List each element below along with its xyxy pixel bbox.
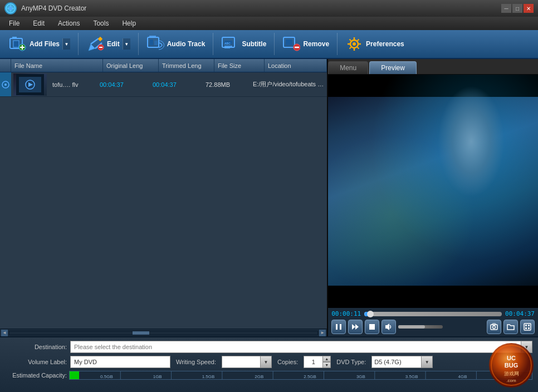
audio-track-label: Audio Track bbox=[167, 40, 206, 48]
app-logo bbox=[4, 2, 17, 14]
cell-original-length: 00:04:37 bbox=[96, 81, 149, 88]
pause-button[interactable] bbox=[331, 320, 346, 334]
file-table-body: tofu…. flv 00:04:37 00:04:37 72.88MB E:/… bbox=[0, 72, 327, 329]
svg-text:ABC: ABC bbox=[224, 42, 231, 45]
table-row[interactable]: tofu…. flv 00:04:37 00:04:37 72.88MB E:/… bbox=[0, 72, 327, 97]
copies-up-button[interactable]: ▲ bbox=[323, 356, 331, 362]
edit-icon bbox=[86, 35, 104, 53]
menu-file[interactable]: File bbox=[2, 17, 26, 30]
svg-rect-56 bbox=[528, 327, 530, 329]
current-time: 00:00:11 bbox=[331, 310, 361, 317]
subtitle-button[interactable]: ABC Subtitle bbox=[216, 32, 272, 56]
save-folder-button[interactable] bbox=[503, 320, 518, 334]
svg-line-35 bbox=[358, 40, 359, 41]
watermark-svg: UC BUG 游戏网 .com bbox=[487, 341, 536, 390]
copies-input[interactable]: 1 bbox=[304, 356, 323, 368]
toolbar: Add Files ▼ Edit ▼ bbox=[0, 30, 538, 59]
add-files-button[interactable]: Add Files ▼ bbox=[3, 32, 76, 56]
row-indicator bbox=[0, 72, 11, 96]
minimize-button[interactable]: ─ bbox=[501, 4, 511, 13]
writing-speed-group: ▼ bbox=[222, 356, 272, 368]
progress-track[interactable] bbox=[364, 312, 502, 316]
copies-down-button[interactable]: ▼ bbox=[323, 362, 331, 368]
svg-rect-52 bbox=[524, 324, 531, 330]
copies-group: 1 ▲ ▼ bbox=[304, 356, 331, 368]
scroll-right-button[interactable]: ► bbox=[319, 330, 326, 336]
preferences-icon bbox=[345, 35, 363, 53]
svg-text:游戏网: 游戏网 bbox=[504, 371, 519, 376]
col-indicator bbox=[0, 59, 11, 72]
gallery-button[interactable] bbox=[520, 320, 535, 334]
maximize-button[interactable]: □ bbox=[512, 4, 522, 13]
menu-actions[interactable]: Actions bbox=[51, 17, 86, 30]
menu-edit[interactable]: Edit bbox=[26, 17, 51, 30]
separator-4 bbox=[274, 33, 275, 55]
preferences-button[interactable]: Preferences bbox=[340, 32, 410, 56]
preview-video bbox=[328, 75, 538, 308]
cell-trimmed-length: 00:04:37 bbox=[149, 81, 202, 88]
svg-point-1 bbox=[9, 7, 12, 10]
svg-line-9 bbox=[91, 38, 99, 44]
cell-location: E:/用户/video/tofubeats … bbox=[250, 80, 327, 89]
edit-button[interactable]: Edit ▼ bbox=[81, 32, 136, 56]
svg-rect-53 bbox=[525, 325, 527, 326]
volume-button[interactable] bbox=[382, 320, 396, 334]
subtitle-label: Subtitle bbox=[242, 40, 266, 48]
svg-text:2GB: 2GB bbox=[255, 374, 263, 379]
video-person-silhouette bbox=[438, 86, 505, 197]
add-files-dropdown[interactable]: ▼ bbox=[62, 38, 70, 50]
audio-track-icon bbox=[146, 35, 164, 53]
cell-filename: tofu…. flv bbox=[49, 81, 96, 88]
writing-speed-label: Writing Speed: bbox=[176, 359, 216, 365]
subtitle-icon: ABC bbox=[221, 35, 239, 53]
file-panel: File Name Original Leng Trimmed Leng Fil… bbox=[0, 59, 328, 336]
fast-forward-button[interactable] bbox=[348, 320, 363, 334]
close-button[interactable]: ✕ bbox=[524, 4, 534, 13]
menu-tab[interactable]: Menu bbox=[328, 61, 368, 74]
scroll-track[interactable] bbox=[9, 331, 318, 335]
controls-row bbox=[331, 320, 535, 334]
copies-spinner[interactable]: ▲ ▼ bbox=[323, 356, 331, 368]
separator-3 bbox=[213, 33, 213, 55]
volume-fill bbox=[398, 325, 425, 329]
dvd-type-dropdown[interactable]: ▼ bbox=[422, 356, 433, 368]
col-header-filename: File Name bbox=[11, 59, 103, 72]
destination-input[interactable] bbox=[70, 341, 521, 353]
preferences-label: Preferences bbox=[366, 40, 404, 48]
col-header-location: Location bbox=[265, 59, 327, 72]
screenshot-button[interactable] bbox=[487, 320, 501, 334]
add-files-icon bbox=[9, 35, 27, 53]
edit-dropdown[interactable]: ▼ bbox=[123, 38, 130, 50]
progress-bar-area: 00:00:11 00:04:37 bbox=[331, 310, 535, 317]
app-title: AnyMP4 DVD Creator bbox=[21, 4, 501, 12]
remove-button[interactable]: Remove bbox=[277, 32, 335, 56]
separator-2 bbox=[138, 33, 139, 55]
svg-text:3GB: 3GB bbox=[356, 374, 365, 379]
destination-row: Destination: ▼ bbox=[6, 341, 532, 353]
svg-text:BUG: BUG bbox=[505, 362, 518, 369]
scroll-left-button[interactable]: ◄ bbox=[1, 330, 8, 336]
thumbnail-inner bbox=[13, 74, 47, 96]
menu-tools[interactable]: Tools bbox=[86, 17, 115, 30]
volume-track[interactable] bbox=[398, 325, 443, 329]
remove-label: Remove bbox=[303, 40, 329, 48]
svg-marker-48 bbox=[385, 324, 389, 330]
progress-thumb bbox=[367, 311, 374, 317]
menu-help[interactable]: Help bbox=[115, 17, 143, 30]
titlebar: AnyMP4 DVD Creator ─ □ ✕ bbox=[0, 0, 538, 17]
svg-rect-54 bbox=[528, 325, 530, 326]
dvd-type-select[interactable]: D5 (4.7G) bbox=[371, 356, 422, 368]
horizontal-scrollbar[interactable]: ◄ ► bbox=[0, 329, 327, 336]
capacity-row: Estimated Capacity: 0.5GB 1GB 1.5GB 2GB … bbox=[6, 371, 532, 380]
preview-tab[interactable]: Preview bbox=[369, 61, 417, 74]
volume-label-input[interactable] bbox=[70, 356, 170, 368]
stop-button[interactable] bbox=[365, 320, 379, 334]
writing-speed-select[interactable] bbox=[222, 356, 261, 368]
remove-icon bbox=[282, 35, 300, 53]
capacity-label: Estimated Capacity: bbox=[6, 372, 67, 379]
writing-speed-dropdown[interactable]: ▼ bbox=[261, 356, 272, 368]
edit-label: Edit bbox=[107, 40, 120, 48]
audio-track-button[interactable]: Audio Track bbox=[141, 32, 211, 56]
video-controls: 00:00:11 00:04:37 bbox=[328, 308, 538, 336]
scroll-thumb bbox=[133, 331, 149, 335]
